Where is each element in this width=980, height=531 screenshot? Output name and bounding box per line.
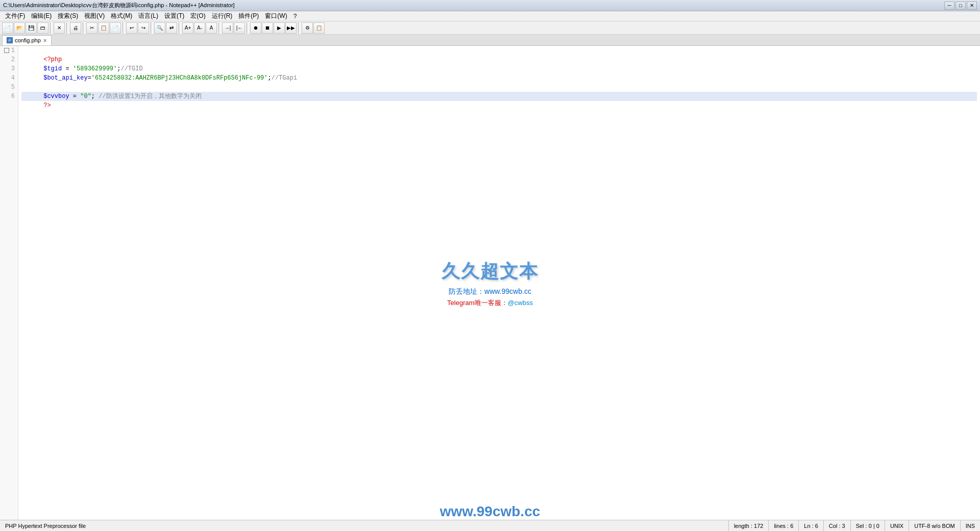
window-title: C:\Users\Administrator\Desktop\cvv台湾虾皮购物… [3, 2, 235, 9]
macro-run-button[interactable]: ▶▶ [285, 22, 297, 34]
tab-file-icon: P [7, 37, 13, 43]
code-line-2: $tgid = '5893629999';//TGID [21, 55, 977, 64]
zoom-out-button[interactable]: A- [194, 22, 205, 34]
status-sel: Sel : 0 | 0 [851, 520, 885, 531]
status-encoding: UTF-8 w/o BOM [909, 520, 960, 531]
line-numbers: -1 2 3 4 5 6 [0, 46, 18, 520]
tab-close-button[interactable]: ✕ [43, 38, 47, 43]
menu-edit[interactable]: 编辑(E) [28, 11, 55, 21]
tab-bar: P config.php ✕ [0, 35, 980, 46]
menu-language[interactable]: 语言(L) [135, 11, 161, 21]
menu-file[interactable]: 文件(F) [2, 11, 28, 21]
status-ln: Ln : 6 [799, 520, 824, 531]
toolbar: 📄 📂 💾 🗃 ✕ 🖨 ✂ 📋 📄 ↩ ↪ 🔍 ⇄ A+ A- A →| |← … [0, 21, 980, 35]
separator-8 [247, 22, 249, 34]
copy-button[interactable]: 📋 [98, 22, 109, 34]
status-bar: PHP Hypertext Preprocessor file length :… [0, 520, 980, 531]
status-lines: lines : 6 [769, 520, 799, 531]
menu-window[interactable]: 窗口(W) [262, 11, 290, 21]
restore-button[interactable]: □ [955, 2, 966, 10]
paste-button[interactable]: 📄 [110, 22, 121, 34]
save-all-button[interactable]: 🗃 [37, 22, 48, 34]
minimize-button[interactable]: ─ [944, 2, 954, 10]
code-line-3: $bot_api_key='6524258032:AAHZR6BPj23HCh8… [21, 64, 977, 73]
zoom-reset-button[interactable]: A [206, 22, 217, 34]
editor-container: -1 2 3 4 5 6 <?php $tgid = '5893629999';… [0, 46, 980, 520]
separator-4 [122, 22, 125, 34]
settings2-button[interactable]: ⚙ [302, 22, 313, 34]
code-area[interactable]: <?php $tgid = '5893629999';//TGID $bot_a… [18, 46, 980, 520]
replace-button[interactable]: ⇄ [166, 22, 177, 34]
macro-play-button[interactable]: ▶ [274, 22, 285, 34]
status-col: Col : 3 [824, 520, 851, 531]
menu-macro[interactable]: 宏(O) [187, 11, 208, 21]
separator-1 [50, 22, 52, 34]
close-button-tb[interactable]: ✕ [54, 22, 65, 34]
status-file-type: PHP Hypertext Preprocessor file [0, 520, 729, 531]
macro-rec-button[interactable]: ⏺ [250, 22, 261, 34]
cut-button[interactable]: ✂ [86, 22, 97, 34]
code-line-1: <?php [21, 46, 977, 55]
menu-view[interactable]: 视图(V) [81, 11, 108, 21]
menu-settings[interactable]: 设置(T) [161, 11, 187, 21]
macro-stop-button[interactable]: ⏹ [262, 22, 273, 34]
find-button[interactable]: 🔍 [154, 22, 165, 34]
code-line-5: $cvvboy = "0"; //防洪设置1为开启，其他数字为关闭 [21, 83, 977, 92]
status-ins: INS [961, 520, 980, 531]
menu-run[interactable]: 运行(R) [209, 11, 236, 21]
indent-button[interactable]: →| [222, 22, 233, 34]
tab-config-php[interactable]: P config.php ✕ [2, 35, 52, 45]
unindent-button[interactable]: |← [234, 22, 245, 34]
close-button[interactable]: ✕ [967, 2, 977, 10]
title-bar: C:\Users\Administrator\Desktop\cvv台湾虾皮购物… [0, 0, 980, 11]
menu-format[interactable]: 格式(M) [108, 11, 135, 21]
menu-help[interactable]: ? [290, 12, 300, 20]
separator-3 [83, 22, 85, 34]
separator-7 [218, 22, 220, 34]
separator-9 [298, 22, 300, 34]
fold-icon-1[interactable]: - [4, 48, 9, 53]
new-button[interactable]: 📄 [2, 22, 13, 34]
status-eol: UNIX [885, 520, 909, 531]
tab-label: config.php [15, 37, 41, 43]
redo-button[interactable]: ↪ [138, 22, 149, 34]
extra-button[interactable]: 📋 [313, 22, 325, 34]
print-button[interactable]: 🖨 [70, 22, 81, 34]
status-length: length : 172 [729, 520, 769, 531]
separator-2 [66, 22, 68, 34]
zoom-in-button[interactable]: A+ [182, 22, 193, 34]
menu-plugins[interactable]: 插件(P) [235, 11, 262, 21]
separator-5 [151, 22, 153, 34]
separator-6 [179, 22, 181, 34]
undo-button[interactable]: ↩ [126, 22, 137, 34]
menu-bar: 文件(F) 编辑(E) 搜索(S) 视图(V) 格式(M) 语言(L) 设置(T… [0, 11, 980, 21]
window-controls: ─ □ ✕ [944, 2, 977, 10]
menu-search[interactable]: 搜索(S) [55, 11, 81, 21]
save-button[interactable]: 💾 [26, 22, 37, 34]
open-button[interactable]: 📂 [14, 22, 25, 34]
